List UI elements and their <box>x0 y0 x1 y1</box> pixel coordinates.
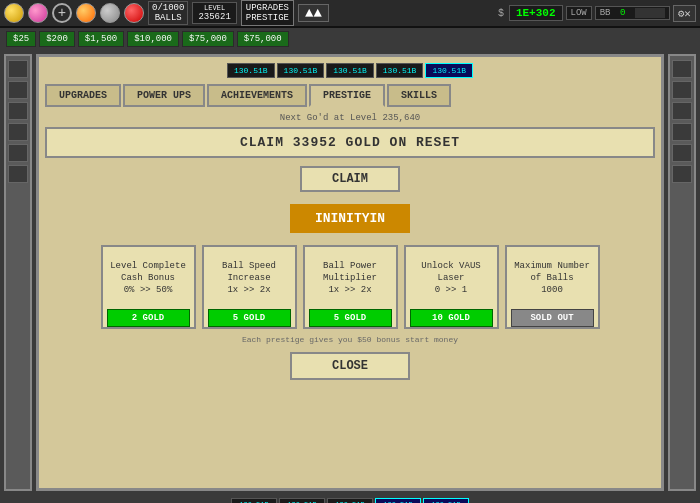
btile-4[interactable]: 130.51B <box>423 498 469 503</box>
main-area: 130.51B 130.51B 130.51B 130.51B 130.51B … <box>0 50 700 495</box>
bet-25[interactable]: $25 <box>6 31 36 47</box>
bet-10000[interactable]: $10,000 <box>127 31 179 47</box>
upgrades-prestige-button[interactable]: UPGRADES PRESTIGE <box>241 0 294 26</box>
left-sidebar <box>4 54 32 491</box>
upgrade-card-1: Ball Speed Increase 1x >> 2x 5 GOLD <box>202 245 297 329</box>
close-button[interactable]: CLOSE <box>290 352 410 380</box>
bet-200[interactable]: $200 <box>39 31 75 47</box>
btile-0[interactable]: 130.51B <box>231 498 277 503</box>
upgrade-card-3-btn[interactable]: 10 GOLD <box>410 309 493 327</box>
prestige-note: Each prestige gives you $50 bonus start … <box>45 335 655 344</box>
level-box: LEVEL 235621 <box>192 2 236 24</box>
infinity-button[interactable]: ININITYIN <box>290 204 410 233</box>
bet-row: $25 $200 $1,500 $10,000 $75,000 $75,000 <box>0 28 700 50</box>
mini-tab-1[interactable]: 130.51B <box>277 63 325 78</box>
tab-upgrades[interactable]: UPGRADES <box>45 84 121 107</box>
mini-tab-4[interactable]: 130.51B <box>425 63 473 78</box>
sidebar-block <box>8 123 28 141</box>
money-display: 1E+302 <box>509 5 563 21</box>
right-sidebar <box>668 54 696 491</box>
sidebar-block <box>672 144 692 162</box>
upgrade-card-3: Unlock VAUS Laser 0 >> 1 10 GOLD <box>404 245 499 329</box>
upgrade-card-4: Maximum Number of Balls 1000 SOLD OUT <box>505 245 600 329</box>
bet-75000a[interactable]: $75,000 <box>182 31 234 47</box>
ball-gray-icon[interactable] <box>100 3 120 23</box>
sidebar-block <box>672 60 692 78</box>
prestige-tabs: UPGRADES POWER UPS ACHIEVEMENTS PRESTIGE… <box>45 84 655 107</box>
ball-yellow-icon[interactable] <box>4 3 24 23</box>
sidebar-block <box>8 60 28 78</box>
upgrade-cards-row: Level Complete Cash Bonus 0% >> 50% 2 GO… <box>45 245 655 329</box>
next-gold-label: Next Go'd at Level 235,640 <box>45 113 655 123</box>
low-label: LOW <box>566 6 592 20</box>
btile-1[interactable]: 130.51B <box>279 498 325 503</box>
upgrade-card-2-text: Ball Power Multiplier 1x >> 2x <box>309 253 392 305</box>
sidebar-block <box>8 165 28 183</box>
ball-orange-icon[interactable] <box>76 3 96 23</box>
ball-red-icon[interactable] <box>124 3 144 23</box>
sidebar-block <box>672 102 692 120</box>
bottom-area: 130.51B 130.51B 130.51B 130.51B 130.51B … <box>0 495 700 503</box>
sidebar-block <box>8 81 28 99</box>
upgrade-card-4-btn[interactable]: SOLD OUT <box>511 309 594 327</box>
btile-2[interactable]: 130.51B <box>327 498 373 503</box>
tab-skills[interactable]: SKILLS <box>387 84 451 107</box>
sidebar-block <box>672 165 692 183</box>
sidebar-block <box>8 144 28 162</box>
claim-text-box: CLAIM 33952 GOLD ON RESET <box>45 127 655 158</box>
settings-button[interactable]: ⚙✕ <box>673 5 696 22</box>
mini-tab-0[interactable]: 130.51B <box>227 63 275 78</box>
sidebar-block <box>672 81 692 99</box>
bet-1500[interactable]: $1,500 <box>78 31 124 47</box>
mini-tab-3[interactable]: 130.51B <box>376 63 424 78</box>
upgrade-card-1-btn[interactable]: 5 GOLD <box>208 309 291 327</box>
upgrade-card-1-text: Ball Speed Increase 1x >> 2x <box>208 253 291 305</box>
upgrade-card-0-btn[interactable]: 2 GOLD <box>107 309 190 327</box>
ball-pink-icon[interactable] <box>28 3 48 23</box>
ball-add-icon[interactable]: + <box>52 3 72 23</box>
balls-counter: 0/1000 BALLS <box>148 1 188 25</box>
top-bar: + 0/1000 BALLS LEVEL 235621 UPGRADES PRE… <box>0 0 700 28</box>
bet-75000b[interactable]: $75,000 <box>237 31 289 47</box>
mini-tab-row: 130.51B 130.51B 130.51B 130.51B 130.51B <box>45 63 655 78</box>
bottom-tiles: 130.51B 130.51B 130.51B 130.51B 130.51B … <box>36 498 664 503</box>
upgrade-card-0: Level Complete Cash Bonus 0% >> 50% 2 GO… <box>101 245 196 329</box>
tab-prestige[interactable]: PRESTIGE <box>309 84 385 107</box>
claim-button[interactable]: CLAIM <box>300 166 400 192</box>
tab-achievements[interactable]: ACHIEVEMENTS <box>207 84 307 107</box>
bottom-tile-row-1: 130.51B 130.51B 130.51B 130.51B 130.51B <box>36 498 664 503</box>
arrow-up-button[interactable]: ▲▲ <box>298 4 329 22</box>
bottom-right-spacer <box>668 498 696 503</box>
upgrade-card-4-text: Maximum Number of Balls 1000 <box>511 253 594 305</box>
bottom-left-spacer <box>4 498 32 503</box>
sidebar-block <box>8 102 28 120</box>
mini-tab-2[interactable]: 130.51B <box>326 63 374 78</box>
center-panel: 130.51B 130.51B 130.51B 130.51B 130.51B … <box>36 54 664 491</box>
tab-powerups[interactable]: POWER UPS <box>123 84 205 107</box>
btile-3[interactable]: 130.51B <box>375 498 421 503</box>
upgrade-card-2-btn[interactable]: 5 GOLD <box>309 309 392 327</box>
upgrade-card-0-text: Level Complete Cash Bonus 0% >> 50% <box>107 253 190 305</box>
upgrade-card-2: Ball Power Multiplier 1x >> 2x 5 GOLD <box>303 245 398 329</box>
upgrade-card-3-text: Unlock VAUS Laser 0 >> 1 <box>410 253 493 305</box>
sidebar-block <box>672 123 692 141</box>
bb-box: BB 0 <box>595 6 670 20</box>
